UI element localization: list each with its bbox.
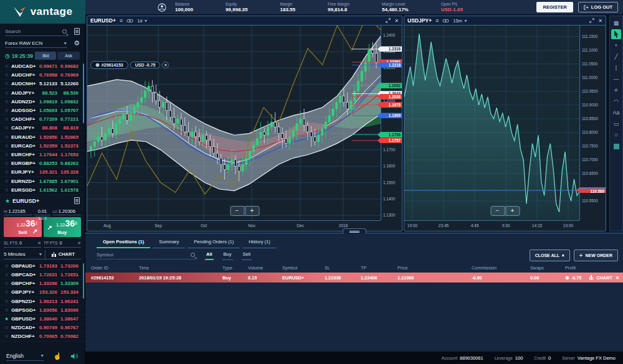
watchlist-row[interactable]: ☆GBPAUD+1.731931.73206: [0, 262, 85, 271]
star-icon[interactable]: ☆: [4, 90, 11, 96]
column-header[interactable]: Price: [397, 263, 472, 273]
zoom-out-button[interactable]: −: [230, 206, 244, 216]
star-icon[interactable]: ☆: [4, 187, 11, 193]
star-icon[interactable]: ☆: [4, 63, 11, 69]
layout-grid-icon[interactable]: ▦: [611, 18, 621, 28]
eurusd-price-axis[interactable]: 1.24001.23001.22001.20001.17001.16001.15…: [381, 26, 402, 220]
crosshair-icon[interactable]: +: [611, 40, 621, 50]
sound-icon[interactable]: [70, 353, 78, 360]
watchlist-row[interactable]: ☆GBPCHF+1.332961.33309: [0, 279, 85, 288]
close-icon[interactable]: ✕: [598, 18, 602, 24]
sl-points-field[interactable]: SL PTS0✕: [4, 240, 41, 248]
watchlist-row[interactable]: ☆CADJPY+88.80888.819: [0, 124, 85, 133]
star-icon[interactable]: ☆: [4, 161, 11, 166]
star-icon[interactable]: ★: [4, 316, 11, 322]
star-icon[interactable]: ☆: [4, 72, 11, 78]
watchlist-row[interactable]: ☆AUDJPY+88.52388.530: [0, 89, 85, 98]
tab-history[interactable]: History (1): [242, 237, 277, 248]
eurusd-time-axis[interactable]: AugSepOctNovDec2018: [87, 220, 381, 231]
star-icon[interactable]: ☆: [4, 81, 11, 86]
buy-button[interactable]: 1.22366 Buy ↗: [44, 217, 82, 237]
volume-field[interactable]: 0.01: [34, 208, 50, 215]
watchlist-row[interactable]: ☆NZDCHF+0.700650.70082: [0, 332, 85, 341]
watchlist-row[interactable]: ☆EURNZD+1.678851.67901: [0, 177, 85, 185]
zoom-out-button[interactable]: −: [490, 206, 505, 216]
vertical-line-icon[interactable]: |: [611, 63, 621, 73]
timeframe-select[interactable]: 5 Minutes▼: [4, 250, 45, 259]
register-button[interactable]: REGISTER: [536, 2, 573, 12]
watchlist-row[interactable]: ☆NZDCAD+0.907490.90767: [0, 324, 85, 332]
usdjpy-price-axis[interactable]: 111.1500111.1000111.0500111.0000110.9500…: [579, 26, 606, 220]
bid-column-tab[interactable]: Bid: [35, 52, 56, 60]
star-icon[interactable]: ☆: [4, 299, 11, 304]
watchlist-row[interactable]: ☆EURCHF+1.176441.17653: [0, 151, 85, 159]
search-input[interactable]: [5, 29, 61, 34]
chart-link-icon[interactable]: [126, 19, 133, 23]
star-icon[interactable]: ☆: [4, 169, 11, 175]
usdjpy-plot[interactable]: [404, 26, 580, 220]
close-icon[interactable]: ✕: [394, 18, 399, 24]
column-header[interactable]: SL: [325, 263, 361, 273]
watchlist-row[interactable]: ☆AUDCNH+5.121335.12260: [0, 80, 85, 88]
chart-link-icon[interactable]: [442, 19, 449, 23]
clear-sl-icon[interactable]: ✕: [37, 241, 41, 246]
new-order-button[interactable]: +NEW ORDER: [574, 250, 618, 261]
watchlist-row[interactable]: ☆AUDCHF+0.769580.76969: [0, 71, 85, 80]
tab-pending-orders[interactable]: Pending Orders (1): [188, 237, 240, 248]
watchlist-row[interactable]: ☆GBPNZD+1.902131.90241: [0, 297, 85, 306]
sell-button[interactable]: 1.22361 Sell ↗: [4, 217, 42, 237]
star-icon[interactable]: ☆: [4, 334, 11, 339]
watchlist-row[interactable]: ☆EURJPY+135.321135.328: [0, 168, 85, 177]
star-icon[interactable]: ☆: [4, 272, 11, 278]
avatar-icon[interactable]: [158, 3, 166, 12]
star-icon[interactable]: ☆: [4, 263, 11, 269]
clear-tp-icon[interactable]: ✕: [77, 241, 81, 246]
filter-sell[interactable]: Sell: [242, 250, 252, 260]
position-gear-icon[interactable]: ⊛: [95, 62, 100, 68]
hand-cursor-icon[interactable]: ☝: [53, 352, 62, 360]
watchlist-row[interactable]: ☆EURCAD+1.523591.52373: [0, 142, 85, 151]
ellipse-icon[interactable]: ○: [611, 130, 621, 140]
symbol-filter-input[interactable]: [97, 252, 189, 258]
open-chart-button[interactable]: CHART: [45, 250, 81, 259]
position-chip[interactable]: ⊛#29614153 USD -0.75 ✕: [90, 61, 169, 69]
position-gear-icon[interactable]: ⊛: [565, 275, 569, 281]
close-all-button[interactable]: CLOSE ALL▴: [530, 250, 570, 261]
chart-menu-icon[interactable]: ≡: [120, 17, 123, 24]
logout-button[interactable]: LOG OUT: [578, 2, 618, 12]
star-icon[interactable]: ☆: [4, 152, 11, 157]
watchlist-row[interactable]: ☆GBPJPY+153.326153.334: [0, 288, 85, 297]
watchlist-row[interactable]: ★GBPUSD+1.386401.38647: [0, 315, 85, 324]
zoom-in-button[interactable]: +: [245, 206, 259, 216]
zoom-in-button[interactable]: +: [505, 206, 520, 216]
text-icon[interactable]: Aa: [611, 108, 621, 118]
watchlist-row[interactable]: ☆EURAUD+1.528561.52865: [0, 133, 85, 142]
watchlist-row[interactable]: ☆AUDSGD+1.056931.05707: [0, 106, 85, 115]
position-row[interactable]: #296141532018/01/19 19:25:28Buy0.15EURUS…: [85, 273, 623, 282]
symbol-filter-field[interactable]: [97, 251, 196, 259]
tp-points-field[interactable]: TP PTS0✕: [44, 240, 81, 248]
star-icon[interactable]: ☆: [4, 99, 11, 105]
ask-column-tab[interactable]: Ask: [57, 52, 80, 60]
star-icon[interactable]: ☆: [4, 108, 11, 113]
star-icon[interactable]: ☆: [4, 289, 11, 295]
star-icon[interactable]: ☆: [4, 307, 11, 313]
watchlist-row[interactable]: ☆GBPCAD+1.726311.72651: [0, 271, 85, 279]
tab-open-positions[interactable]: Open Positions (1): [97, 237, 150, 248]
expand-icon[interactable]: [386, 18, 391, 23]
panel-splitter-handle[interactable]: [343, 228, 366, 234]
cursor-icon[interactable]: [611, 29, 621, 39]
horizontal-line-icon[interactable]: —: [611, 74, 621, 84]
trendline-icon[interactable]: ╱: [611, 52, 621, 62]
star-icon[interactable]: ☆: [4, 143, 11, 149]
star-icon[interactable]: ☆: [4, 179, 11, 184]
star-icon[interactable]: ☆: [4, 325, 11, 330]
rectangle-icon[interactable]: ▭: [611, 119, 621, 129]
color-swatch-icon[interactable]: [611, 141, 621, 151]
close-position-icon[interactable]: ✕: [162, 62, 169, 68]
tab-summary[interactable]: Summary: [153, 237, 185, 248]
language-select[interactable]: English▼: [6, 351, 44, 361]
column-header[interactable]: Commission: [472, 263, 530, 273]
column-header[interactable]: Order ID: [91, 263, 139, 273]
row-chart-button[interactable]: CHART: [596, 275, 612, 281]
